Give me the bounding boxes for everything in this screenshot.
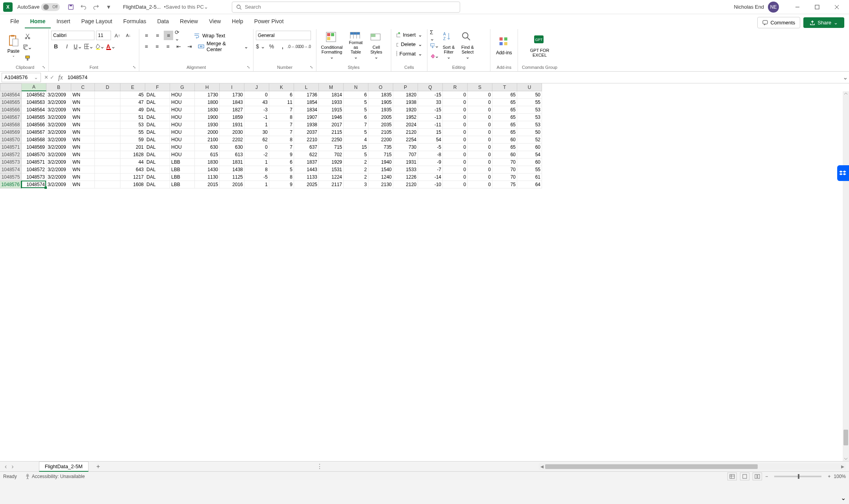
row-header[interactable]: 1048575 [0, 174, 22, 181]
cell[interactable]: 3/2/2009 [46, 144, 71, 151]
cell[interactable]: 1952 [393, 114, 418, 121]
page-layout-view-icon[interactable] [740, 473, 749, 480]
col-header[interactable]: T [492, 83, 517, 91]
cell[interactable]: 0 [443, 114, 468, 121]
cell[interactable]: 3/2/2009 [46, 91, 71, 99]
cell[interactable]: 43 [244, 99, 269, 106]
cell[interactable]: 1 [244, 159, 269, 166]
page-break-view-icon[interactable] [753, 473, 762, 480]
cell[interactable] [95, 99, 120, 106]
cell[interactable]: 1834 [294, 106, 319, 114]
cell[interactable]: WN [71, 174, 95, 181]
cell[interactable]: 55 [517, 166, 542, 174]
cell[interactable]: 0 [443, 99, 468, 106]
cell[interactable]: 3 [344, 181, 368, 188]
cell-styles-button[interactable]: Cell Styles ⌄ [367, 30, 386, 61]
name-box[interactable]: A1048576⌄ [2, 73, 41, 82]
add-sheet-icon[interactable]: + [96, 463, 100, 470]
zoom-in-icon[interactable]: + [828, 474, 831, 479]
cell[interactable]: 60 [492, 136, 517, 144]
cell[interactable]: 1608 [120, 181, 145, 188]
cell[interactable]: 0 [468, 121, 492, 129]
cell[interactable]: 65 [492, 129, 517, 136]
cell[interactable]: 1226 [393, 174, 418, 181]
cell[interactable]: 65 [492, 106, 517, 114]
cell[interactable]: 1827 [220, 106, 244, 114]
cell[interactable]: LBB [170, 174, 195, 181]
cell[interactable]: 2250 [319, 136, 344, 144]
cell[interactable]: DAL [145, 151, 170, 159]
col-header[interactable]: F [145, 83, 170, 91]
cell[interactable]: 2035 [368, 121, 393, 129]
cell[interactable]: 1931 [393, 159, 418, 166]
font-size-select[interactable] [96, 31, 111, 40]
cell[interactable]: 70 [492, 174, 517, 181]
cell[interactable]: 201 [120, 144, 145, 151]
cell[interactable] [95, 91, 120, 99]
font-color-icon[interactable]: A ⌄ [106, 42, 116, 51]
user-name[interactable]: Nicholas End [734, 4, 764, 10]
cell[interactable]: 0 [443, 91, 468, 99]
cell[interactable]: -5 [244, 174, 269, 181]
col-header[interactable]: N [344, 83, 368, 91]
cell[interactable]: 7 [269, 144, 294, 151]
search-input[interactable] [245, 4, 456, 10]
format-painter-icon[interactable] [23, 54, 32, 63]
ribbon-tab-page-layout[interactable]: Page Layout [76, 15, 118, 28]
cell[interactable]: 8 [269, 174, 294, 181]
cell[interactable]: 707 [393, 151, 418, 159]
cell[interactable]: WN [71, 181, 95, 188]
cell[interactable]: 60 [517, 144, 542, 151]
zoom-slider[interactable] [774, 476, 821, 477]
cell[interactable]: 1900 [195, 114, 220, 121]
align-left-icon[interactable]: ≡ [142, 42, 151, 51]
cell[interactable]: 1920 [393, 106, 418, 114]
cell[interactable]: 60 [492, 151, 517, 159]
maximize-icon[interactable] [808, 1, 826, 13]
cell[interactable]: 1835 [368, 91, 393, 99]
cell[interactable]: -9 [418, 159, 443, 166]
cell[interactable]: 6 [344, 114, 368, 121]
cell[interactable]: 65 [492, 91, 517, 99]
row-header[interactable]: 1048574 [0, 166, 22, 174]
cell[interactable] [95, 121, 120, 129]
sheet-nav-prev-icon[interactable]: ‹ [3, 463, 8, 470]
cell[interactable]: 53 [120, 121, 145, 129]
formula-input[interactable] [65, 74, 841, 80]
cell[interactable]: 15 [418, 129, 443, 136]
increase-decimal-icon[interactable]: .0→.00 [289, 42, 298, 51]
cell[interactable]: 3/2/2009 [46, 159, 71, 166]
cell[interactable]: 54 [517, 151, 542, 159]
cell[interactable]: 9 [269, 181, 294, 188]
cell[interactable]: 1240 [368, 174, 393, 181]
col-header[interactable]: O [368, 83, 393, 91]
cell[interactable]: 61 [517, 174, 542, 181]
cell[interactable]: DAL [145, 91, 170, 99]
qat-customize-icon[interactable]: ▾ [104, 2, 113, 12]
cell[interactable]: 6 [344, 91, 368, 99]
cell[interactable]: 0 [468, 129, 492, 136]
cell[interactable]: 735 [368, 144, 393, 151]
font-name-select[interactable] [51, 31, 94, 40]
conditional-formatting-button[interactable]: Conditional Formatting ⌄ [319, 30, 345, 61]
cell[interactable]: 1048564 [22, 106, 46, 114]
cell[interactable]: 55 [517, 99, 542, 106]
cell[interactable]: 0 [244, 91, 269, 99]
clear-icon[interactable]: ⌄ [430, 51, 439, 61]
ribbon-tab-review[interactable]: Review [174, 15, 203, 28]
minimize-icon[interactable] [788, 1, 806, 13]
cell[interactable]: 0 [443, 174, 468, 181]
fill-icon[interactable]: ⌄ [430, 41, 439, 50]
cell[interactable]: 1133 [294, 174, 319, 181]
cell[interactable]: 62 [244, 136, 269, 144]
cell[interactable]: 1531 [319, 166, 344, 174]
cell[interactable]: 1048567 [22, 129, 46, 136]
cell[interactable]: 6 [269, 159, 294, 166]
cell[interactable]: 0 [468, 91, 492, 99]
cell[interactable]: 2120 [393, 181, 418, 188]
merge-center-button[interactable]: Merge & Center ⌄ [196, 42, 251, 51]
cell[interactable]: 70 [492, 159, 517, 166]
zoom-level[interactable]: 100% [834, 474, 846, 479]
autosave-toggle[interactable]: Off [41, 3, 60, 11]
cell[interactable]: 2200 [368, 136, 393, 144]
